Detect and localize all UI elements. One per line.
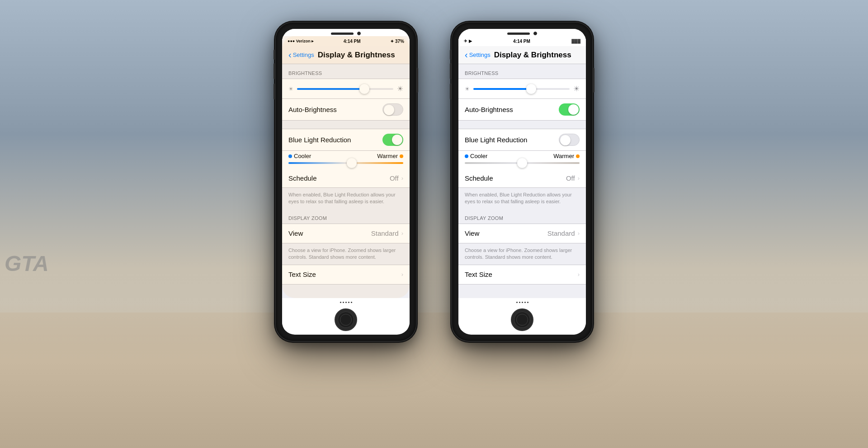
sun-dim-icon-1: ☀	[288, 86, 293, 92]
speaker-2	[458, 300, 586, 305]
cooler-label-1: Cooler	[288, 153, 311, 159]
text-size-label-1: Text Size	[288, 271, 401, 278]
back-button-2[interactable]: ‹ Settings	[465, 50, 491, 60]
camera-area-2	[458, 29, 586, 36]
auto-brightness-label-2: Auto-Brightness	[465, 106, 559, 113]
brightness-slider-row-2: ☀ ☀	[458, 79, 586, 99]
auto-brightness-row-2[interactable]: Auto-Brightness	[458, 99, 586, 120]
blue-light-description-2: When enabled, Blue Light Reduction allow…	[458, 188, 586, 209]
mute-button-2[interactable]	[450, 50, 452, 60]
camera-2	[533, 32, 537, 35]
camera-area-1	[282, 29, 410, 36]
brightness-track-2[interactable]	[473, 88, 570, 90]
brightness-slider-row-1: ☀ ☀	[282, 79, 410, 99]
back-label-1: Settings	[293, 51, 314, 58]
nav-title-1: Display & Brightness	[318, 51, 395, 60]
carrier-2: ✈ ▶	[464, 39, 472, 43]
cooler-text-1: Cooler	[294, 153, 311, 159]
text-size-chevron-1: ›	[401, 271, 403, 278]
brightness-fill-2	[473, 88, 531, 90]
temp-knob-2[interactable]	[517, 158, 527, 168]
schedule-label-2: Schedule	[465, 174, 566, 182]
home-button-2[interactable]	[511, 308, 533, 331]
auto-brightness-toggle-2[interactable]	[559, 103, 580, 116]
back-label-2: Settings	[469, 51, 491, 58]
text-size-row-2[interactable]: Text Size ›	[458, 265, 586, 284]
view-row-2[interactable]: View Standard ›	[458, 224, 586, 243]
phones-container: ●●● Verizon ▸ 4:14 PM ✦ 37% ‹ Settings D…	[276, 23, 592, 341]
speaker-dot-2	[343, 302, 344, 303]
home-button-inner-1	[338, 312, 354, 328]
vol-down-button-1[interactable]	[274, 84, 275, 99]
temp-labels-1: Cooler Warmer	[288, 153, 403, 159]
brightness-knob-2[interactable]	[526, 84, 536, 94]
status-bar-2: ✈ ▶ 4:14 PM ▓▓▓	[458, 36, 586, 46]
brightness-section-label-2: BRIGHTNESS	[458, 64, 586, 79]
schedule-chevron-2: ›	[578, 175, 580, 182]
brightness-group-1: ☀ ☀ Auto-Brightness	[282, 79, 410, 121]
display-zoom-label-2: DISPLAY ZOOM	[458, 209, 586, 224]
nav-bar-2: ‹ Settings Display & Brightness	[458, 46, 586, 64]
view-row-1[interactable]: View Standard ›	[282, 224, 410, 243]
back-button-1[interactable]: ‹ Settings	[288, 50, 314, 60]
cooler-dot-2	[465, 154, 468, 158]
blue-light-toggle-2[interactable]	[559, 134, 580, 146]
brightness-knob-1[interactable]	[359, 84, 369, 94]
speaker-dot-1	[340, 302, 341, 303]
temp-track-1[interactable]	[288, 162, 403, 164]
power-button-2[interactable]	[593, 68, 594, 93]
vol-down-button-2[interactable]	[450, 84, 452, 99]
schedule-row-1[interactable]: Schedule Off ›	[282, 168, 410, 187]
schedule-row-2[interactable]: Schedule Off ›	[458, 168, 586, 187]
brightness-group-2: ☀ ☀ Auto-Brightness	[458, 79, 586, 121]
warmer-dot-1	[400, 154, 403, 158]
view-label-2: View	[465, 229, 547, 237]
blue-light-row-2[interactable]: Blue Light Reduction	[458, 129, 586, 151]
schedule-value-2: Off	[566, 174, 575, 182]
home-button-1[interactable]	[335, 308, 357, 331]
schedule-value-1: Off	[390, 174, 399, 182]
camera-1	[357, 32, 361, 35]
blue-light-group-2: Blue Light Reduction Cooler	[458, 129, 586, 188]
status-right-1: ✦ 37%	[390, 39, 404, 44]
blue-light-knob-2	[560, 135, 571, 145]
blue-light-section-1: Blue Light Reduction Cooler	[282, 129, 410, 209]
battery-2: ▓▓▓	[571, 39, 580, 43]
blue-light-section-2: Blue Light Reduction Cooler	[458, 129, 586, 209]
sun-dim-icon-2: ☀	[465, 86, 470, 92]
warmer-text-2: Warmer	[553, 153, 574, 159]
vol-up-button-1[interactable]	[274, 63, 275, 79]
sun-bright-icon-2: ☀	[573, 84, 580, 93]
speaker-dot-6	[516, 302, 518, 303]
speaker-dot-9	[524, 302, 526, 303]
cooler-text-2: Cooler	[470, 153, 487, 159]
blue-light-row-1[interactable]: Blue Light Reduction	[282, 129, 410, 151]
view-description-2: Choose a view for iPhone. Zoomed shows l…	[458, 243, 586, 265]
speaker-dot-3	[345, 302, 347, 303]
status-left-2: ✈ ▶	[464, 39, 472, 43]
status-right-2: ▓▓▓	[571, 39, 580, 43]
view-chevron-1: ›	[401, 230, 403, 237]
phone-2-screen: ✈ ▶ 4:14 PM ▓▓▓ ‹ Settings Display & Bri…	[458, 29, 586, 335]
home-area-1	[282, 298, 410, 331]
speaker-dot-4	[348, 302, 349, 303]
temp-track-2[interactable]	[465, 162, 580, 164]
brightness-track-1[interactable]	[297, 88, 393, 90]
view-value-2: Standard	[547, 229, 575, 237]
auto-brightness-knob-1	[384, 105, 394, 115]
auto-brightness-row-1[interactable]: Auto-Brightness	[282, 99, 410, 120]
sun-bright-icon-1: ☀	[397, 84, 403, 93]
mute-button-1[interactable]	[274, 50, 275, 60]
view-value-1: Standard	[371, 229, 399, 237]
vol-up-button-2[interactable]	[450, 63, 452, 79]
speaker-dot-5	[351, 302, 352, 303]
blue-light-toggle-1[interactable]	[382, 134, 403, 146]
temp-knob-1[interactable]	[347, 158, 357, 168]
power-button-1[interactable]	[416, 68, 418, 93]
auto-brightness-toggle-1[interactable]	[382, 103, 403, 116]
home-button-inner-2	[514, 312, 530, 328]
text-size-row-1[interactable]: Text Size ›	[282, 265, 410, 284]
blue-light-group-1: Blue Light Reduction Cooler	[282, 129, 410, 188]
phone-2-display: ✈ ▶ 4:14 PM ▓▓▓ ‹ Settings Display & Bri…	[458, 36, 586, 298]
earpiece-1	[331, 33, 354, 35]
